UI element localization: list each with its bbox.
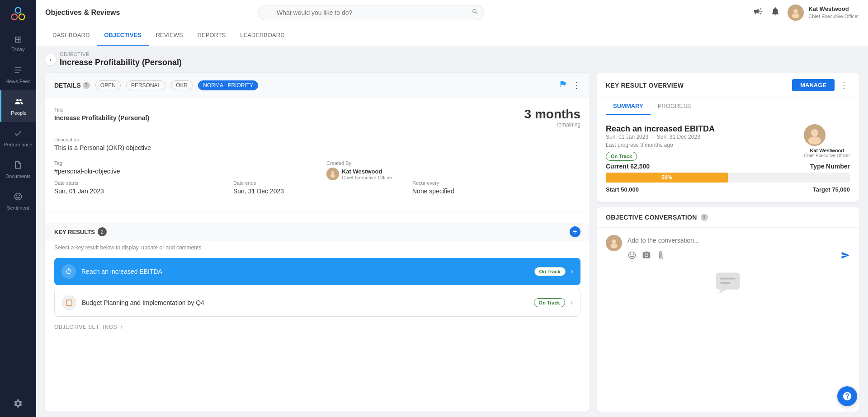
search-input[interactable] — [258, 5, 484, 20]
description-row: Description This is a Personal (OKR) obj… — [54, 137, 580, 151]
help-fab[interactable] — [837, 386, 857, 406]
sidebar-item-performance[interactable]: Performance — [0, 122, 36, 154]
details-help-icon[interactable]: ? — [83, 82, 90, 89]
conversation-input[interactable] — [627, 235, 850, 246]
tab-summary[interactable]: SUMMARY — [606, 98, 651, 115]
description-value: This is a Personal (OKR) objective — [54, 144, 580, 151]
sidebar-item-label: Today — [11, 47, 24, 52]
sidebar-item-today[interactable]: ⊞ Today — [0, 27, 36, 59]
sidebar-label-performance: Performance — [4, 142, 33, 147]
tag-personal[interactable]: PERSONAL — [126, 80, 165, 90]
title-field: Title Increase Profitability (Personal) — [54, 107, 524, 128]
attach-button[interactable] — [656, 251, 665, 262]
conv-input-row — [606, 235, 850, 262]
sidebar-item-people[interactable]: People — [0, 90, 36, 122]
kr-name-2: Budget Planning and Implementation by Q4 — [82, 299, 528, 306]
tab-dashboard[interactable]: DASHBOARD — [45, 25, 97, 46]
kr-overview-info: Reach an increased EBITDA Sun, 01 Jan 20… — [606, 124, 715, 160]
topbar-actions: Kat Westwood Chief Executive Officer — [753, 5, 859, 21]
key-results-section: KEY RESULTS 2 + Select a key result belo… — [45, 217, 590, 334]
svg-rect-5 — [15, 72, 19, 73]
kr-add-button[interactable]: + — [570, 226, 580, 237]
conversation-help-icon[interactable]: ? — [701, 214, 708, 221]
sidebar-item-news-feed[interactable]: News Feed — [0, 59, 36, 90]
svg-point-8 — [792, 13, 800, 18]
svg-rect-21 — [720, 282, 731, 284]
dates-row: Date starts Sun, 01 Jan 2023 Date ends S… — [54, 180, 580, 195]
creator-name: Kat Westwood — [342, 168, 392, 175]
user-avatar — [788, 5, 804, 21]
recur-field: Recur every None specified — [412, 180, 580, 195]
conversation-title: OBJECTIVE CONVERSATION — [606, 214, 697, 221]
recur-value: None specified — [412, 187, 580, 195]
title-value: Increase Profitability (Personal) — [54, 114, 524, 122]
sidebar-item-sentiment[interactable]: Sentiment — [0, 185, 36, 217]
notifications-btn[interactable] — [770, 6, 780, 19]
svg-rect-12 — [66, 300, 72, 305]
search-container — [258, 5, 484, 20]
topbar: Objectives & Reviews — [36, 0, 868, 25]
app-title: Objectives & Reviews — [45, 9, 120, 17]
tab-objectives[interactable]: OBJECTIVES — [97, 25, 148, 46]
right-panel: KEY RESULT OVERVIEW MANAGE ⋮ SUMMARY PRO… — [597, 73, 859, 412]
kr-status-1: On Track — [534, 267, 566, 276]
sidebar-label-documents: Documents — [5, 173, 31, 179]
type-metric: Type Number — [810, 163, 850, 170]
breadcrumb-area: ‹ OBJECTIVE Increase Profitability (Pers… — [36, 46, 868, 67]
user-profile[interactable]: Kat Westwood Chief Executive Officer — [788, 5, 859, 21]
tag-open[interactable]: OPEN — [95, 80, 121, 90]
kr-user-avatar — [804, 124, 826, 146]
sidebar-item-documents[interactable]: Documents — [0, 154, 36, 185]
sidebar-label-sentiment: Sentiment — [7, 205, 29, 211]
kr-status-2: On Track — [534, 298, 565, 307]
kr-item-1[interactable]: Reach an increased EBITDA On Track › — [54, 258, 580, 285]
documents-icon — [14, 160, 23, 172]
user-name: Kat Westwood — [808, 5, 859, 13]
flag-button[interactable] — [559, 80, 567, 90]
kr-icon-1 — [61, 264, 76, 279]
kr-user-role: Chief Executive Officer — [804, 153, 850, 158]
svg-point-18 — [610, 244, 618, 248]
tab-leaderboard[interactable]: LEADERBOARD — [233, 25, 292, 46]
objective-settings-header[interactable]: OBJECTIVE SETTINGS › — [54, 320, 580, 334]
more-options-button[interactable]: ⋮ — [572, 80, 580, 90]
kr-count: 2 — [98, 227, 107, 236]
target-value: Target 75,000 — [813, 186, 850, 193]
tab-reports[interactable]: REPORTS — [190, 25, 233, 46]
kr-overview-more-btn[interactable]: ⋮ — [838, 80, 850, 90]
current-metric: Current 62,500 — [606, 163, 650, 170]
tab-progress[interactable]: PROGRESS — [651, 98, 698, 115]
sidebar-settings-btn[interactable] — [0, 390, 36, 417]
kr-subtitle: Select a key result below to display, up… — [45, 241, 590, 254]
tab-reviews[interactable]: REVIEWS — [149, 25, 190, 46]
details-header: DETAILS ? OPEN PERSONAL OKR NORMAL PRIOR… — [45, 73, 590, 98]
people-icon — [14, 97, 24, 108]
title-row: Title Increase Profitability (Personal) … — [54, 107, 580, 128]
kr-overview-title: KEY RESULT OVERVIEW — [606, 82, 684, 89]
emoji-button[interactable] — [627, 251, 637, 262]
manage-button[interactable]: MANAGE — [792, 79, 835, 91]
svg-point-17 — [612, 239, 616, 244]
svg-point-10 — [331, 171, 335, 174]
breadcrumb-parent: OBJECTIVE — [60, 52, 182, 57]
back-button[interactable]: ‹ — [45, 54, 56, 65]
conversation-header: OBJECTIVE CONVERSATION ? — [597, 207, 859, 228]
kr-icon-2 — [62, 295, 76, 310]
creator-avatar — [326, 168, 339, 180]
send-button[interactable] — [841, 251, 850, 262]
svg-point-11 — [330, 174, 335, 178]
kr-date-range: Sun, 01 Jan 2023 — Sun, 31 Dec 2023 — [606, 134, 715, 140]
tag-priority[interactable]: NORMAL PRIORITY — [198, 80, 258, 90]
camera-button[interactable] — [642, 251, 651, 262]
kr-chevron-2: › — [571, 299, 573, 307]
date-ends-label: Date ends — [233, 180, 401, 186]
announcements-btn[interactable] — [753, 6, 763, 19]
app-logo[interactable] — [0, 0, 36, 27]
kr-item-2[interactable]: Budget Planning and Implementation by Q4… — [54, 289, 580, 317]
sidebar-label-news-feed: News Feed — [5, 79, 31, 84]
date-starts-field: Date starts Sun, 01 Jan 2023 — [54, 180, 222, 195]
kr-overview-card: KEY RESULT OVERVIEW MANAGE ⋮ SUMMARY PRO… — [597, 73, 859, 202]
tag-okr[interactable]: OKR — [171, 80, 193, 90]
progress-bar-fill: 50% — [606, 173, 728, 183]
creator-role: Chief Executive Officer — [342, 175, 392, 180]
